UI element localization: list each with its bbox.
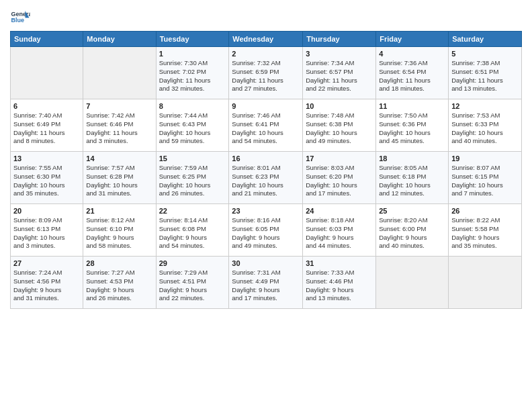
day-number: 28 xyxy=(86,259,152,267)
day-cell xyxy=(376,257,449,309)
day-info: Sunrise: 7:29 AM Sunset: 4:51 PM Dayligh… xyxy=(159,269,226,303)
day-number: 18 xyxy=(379,154,445,163)
day-number: 17 xyxy=(306,154,373,163)
day-number: 11 xyxy=(379,102,445,110)
day-info: Sunrise: 7:42 AM Sunset: 6:46 PM Dayligh… xyxy=(86,111,152,146)
day-number: 2 xyxy=(232,50,300,58)
day-info: Sunrise: 8:12 AM Sunset: 6:10 PM Dayligh… xyxy=(86,216,152,250)
day-number: 23 xyxy=(232,207,300,215)
day-cell: 31Sunrise: 7:33 AM Sunset: 4:46 PM Dayli… xyxy=(303,257,376,309)
day-cell: 8Sunrise: 7:44 AM Sunset: 6:43 PM Daylig… xyxy=(156,99,229,152)
day-number: 12 xyxy=(451,102,519,110)
day-cell xyxy=(11,47,83,99)
day-number: 14 xyxy=(86,154,152,163)
day-cell: 20Sunrise: 8:09 AM Sunset: 6:13 PM Dayli… xyxy=(11,204,83,257)
day-cell: 11Sunrise: 7:50 AM Sunset: 6:36 PM Dayli… xyxy=(376,99,449,152)
col-sunday: Sunday xyxy=(11,32,83,47)
day-cell: 19Sunrise: 8:07 AM Sunset: 6:15 PM Dayli… xyxy=(449,152,522,204)
col-friday: Friday xyxy=(376,32,449,47)
day-cell: 30Sunrise: 7:31 AM Sunset: 4:49 PM Dayli… xyxy=(229,257,303,309)
day-info: Sunrise: 7:50 AM Sunset: 6:36 PM Dayligh… xyxy=(379,111,445,146)
day-cell: 6Sunrise: 7:40 AM Sunset: 6:49 PM Daylig… xyxy=(11,99,83,152)
day-cell: 26Sunrise: 8:22 AM Sunset: 5:58 PM Dayli… xyxy=(449,204,522,257)
calendar-header: Sunday Monday Tuesday Wednesday Thursday… xyxy=(11,32,522,47)
page: General Blue Sunday Monday Tuesday Wedne… xyxy=(0,0,532,411)
day-info: Sunrise: 7:38 AM Sunset: 6:51 PM Dayligh… xyxy=(451,59,519,93)
day-info: Sunrise: 8:07 AM Sunset: 6:15 PM Dayligh… xyxy=(451,164,519,198)
day-cell: 10Sunrise: 7:48 AM Sunset: 6:38 PM Dayli… xyxy=(303,99,376,152)
day-info: Sunrise: 8:03 AM Sunset: 6:20 PM Dayligh… xyxy=(306,164,373,198)
day-number: 10 xyxy=(306,102,373,110)
week-row-4: 20Sunrise: 8:09 AM Sunset: 6:13 PM Dayli… xyxy=(11,204,522,257)
day-cell: 3Sunrise: 7:34 AM Sunset: 6:57 PM Daylig… xyxy=(303,47,376,99)
day-number: 16 xyxy=(232,154,300,163)
svg-text:Blue: Blue xyxy=(11,17,25,24)
day-cell: 4Sunrise: 7:36 AM Sunset: 6:54 PM Daylig… xyxy=(376,47,449,99)
calendar-table: Sunday Monday Tuesday Wednesday Thursday… xyxy=(10,31,522,309)
day-info: Sunrise: 7:40 AM Sunset: 6:49 PM Dayligh… xyxy=(13,111,80,146)
day-number: 31 xyxy=(306,259,373,267)
calendar-body: 1Sunrise: 7:30 AM Sunset: 7:02 PM Daylig… xyxy=(11,47,522,309)
day-info: Sunrise: 7:24 AM Sunset: 4:56 PM Dayligh… xyxy=(13,269,80,303)
day-cell xyxy=(83,47,156,99)
day-cell: 29Sunrise: 7:29 AM Sunset: 4:51 PM Dayli… xyxy=(156,257,229,309)
day-cell: 17Sunrise: 8:03 AM Sunset: 6:20 PM Dayli… xyxy=(303,152,376,204)
day-number: 6 xyxy=(13,102,80,110)
day-number: 13 xyxy=(13,154,80,163)
day-info: Sunrise: 7:57 AM Sunset: 6:28 PM Dayligh… xyxy=(86,164,152,198)
day-number: 7 xyxy=(86,102,152,110)
day-info: Sunrise: 7:34 AM Sunset: 6:57 PM Dayligh… xyxy=(306,59,373,93)
day-number: 29 xyxy=(159,259,226,267)
day-cell: 28Sunrise: 7:27 AM Sunset: 4:53 PM Dayli… xyxy=(83,257,156,309)
day-info: Sunrise: 8:09 AM Sunset: 6:13 PM Dayligh… xyxy=(13,216,80,250)
day-info: Sunrise: 8:20 AM Sunset: 6:00 PM Dayligh… xyxy=(379,216,445,250)
day-info: Sunrise: 7:33 AM Sunset: 4:46 PM Dayligh… xyxy=(306,269,373,303)
col-wednesday: Wednesday xyxy=(229,32,303,47)
week-row-2: 6Sunrise: 7:40 AM Sunset: 6:49 PM Daylig… xyxy=(11,99,522,152)
week-row-1: 1Sunrise: 7:30 AM Sunset: 7:02 PM Daylig… xyxy=(11,47,522,99)
day-number: 22 xyxy=(159,207,226,215)
week-row-5: 27Sunrise: 7:24 AM Sunset: 4:56 PM Dayli… xyxy=(11,257,522,309)
day-info: Sunrise: 8:14 AM Sunset: 6:08 PM Dayligh… xyxy=(159,216,226,250)
day-cell: 1Sunrise: 7:30 AM Sunset: 7:02 PM Daylig… xyxy=(156,47,229,99)
day-cell: 14Sunrise: 7:57 AM Sunset: 6:28 PM Dayli… xyxy=(83,152,156,204)
day-number: 30 xyxy=(232,259,300,267)
day-number: 3 xyxy=(306,50,373,58)
day-info: Sunrise: 8:01 AM Sunset: 6:23 PM Dayligh… xyxy=(232,164,300,198)
day-number: 26 xyxy=(451,207,519,215)
day-cell: 25Sunrise: 8:20 AM Sunset: 6:00 PM Dayli… xyxy=(376,204,449,257)
day-info: Sunrise: 7:32 AM Sunset: 6:59 PM Dayligh… xyxy=(232,59,300,93)
day-info: Sunrise: 8:18 AM Sunset: 6:03 PM Dayligh… xyxy=(306,216,373,250)
day-info: Sunrise: 7:44 AM Sunset: 6:43 PM Dayligh… xyxy=(159,111,226,146)
day-info: Sunrise: 8:22 AM Sunset: 5:58 PM Dayligh… xyxy=(451,216,519,250)
day-cell: 5Sunrise: 7:38 AM Sunset: 6:51 PM Daylig… xyxy=(449,47,522,99)
day-number: 25 xyxy=(379,207,445,215)
day-number: 19 xyxy=(451,154,519,163)
day-info: Sunrise: 8:05 AM Sunset: 6:18 PM Dayligh… xyxy=(379,164,445,198)
day-number: 24 xyxy=(306,207,373,215)
day-number: 9 xyxy=(232,102,300,110)
header-row: Sunday Monday Tuesday Wednesday Thursday… xyxy=(11,32,522,47)
day-cell: 18Sunrise: 8:05 AM Sunset: 6:18 PM Dayli… xyxy=(376,152,449,204)
day-info: Sunrise: 7:46 AM Sunset: 6:41 PM Dayligh… xyxy=(232,111,300,146)
col-thursday: Thursday xyxy=(303,32,376,47)
day-number: 1 xyxy=(159,50,226,58)
day-info: Sunrise: 7:27 AM Sunset: 4:53 PM Dayligh… xyxy=(86,269,152,303)
col-tuesday: Tuesday xyxy=(156,32,229,47)
day-info: Sunrise: 7:31 AM Sunset: 4:49 PM Dayligh… xyxy=(232,269,300,303)
day-cell: 22Sunrise: 8:14 AM Sunset: 6:08 PM Dayli… xyxy=(156,204,229,257)
day-cell: 16Sunrise: 8:01 AM Sunset: 6:23 PM Dayli… xyxy=(229,152,303,204)
day-cell: 27Sunrise: 7:24 AM Sunset: 4:56 PM Dayli… xyxy=(11,257,83,309)
day-cell: 23Sunrise: 8:16 AM Sunset: 6:05 PM Dayli… xyxy=(229,204,303,257)
day-cell: 12Sunrise: 7:53 AM Sunset: 6:33 PM Dayli… xyxy=(449,99,522,152)
day-info: Sunrise: 8:16 AM Sunset: 6:05 PM Dayligh… xyxy=(232,216,300,250)
day-number: 8 xyxy=(159,102,226,110)
day-cell: 24Sunrise: 8:18 AM Sunset: 6:03 PM Dayli… xyxy=(303,204,376,257)
day-cell: 9Sunrise: 7:46 AM Sunset: 6:41 PM Daylig… xyxy=(229,99,303,152)
day-number: 21 xyxy=(86,207,152,215)
day-info: Sunrise: 7:48 AM Sunset: 6:38 PM Dayligh… xyxy=(306,111,373,146)
day-number: 4 xyxy=(379,50,445,58)
day-info: Sunrise: 7:53 AM Sunset: 6:33 PM Dayligh… xyxy=(451,111,519,146)
day-cell: 13Sunrise: 7:55 AM Sunset: 6:30 PM Dayli… xyxy=(11,152,83,204)
week-row-3: 13Sunrise: 7:55 AM Sunset: 6:30 PM Dayli… xyxy=(11,152,522,204)
